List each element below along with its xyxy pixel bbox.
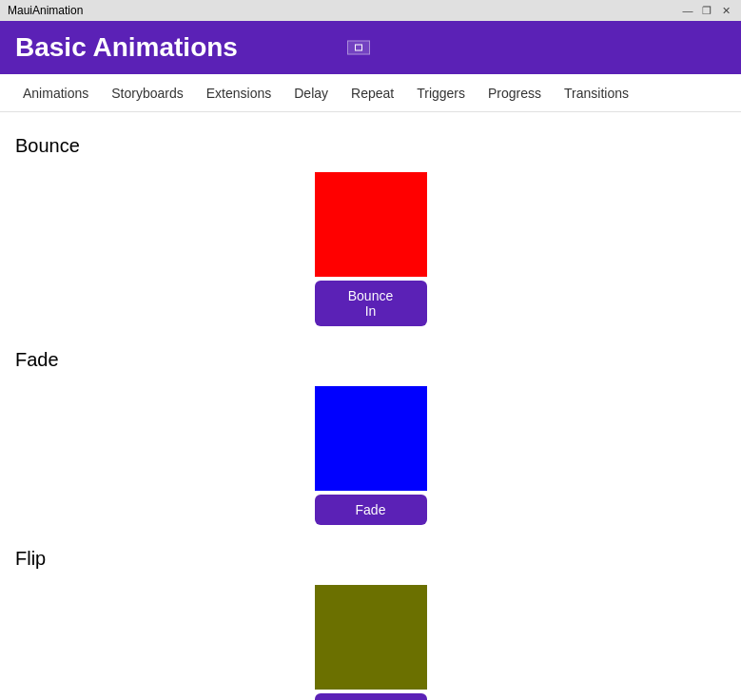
content-area: BounceBounce InFadeFadeFlipFlip	[0, 112, 741, 700]
nav-item-delay[interactable]: Delay	[283, 78, 340, 108]
header-icon-area	[347, 41, 370, 55]
section-title-flip: Flip	[15, 548, 726, 570]
nav-item-transitions[interactable]: Transitions	[553, 78, 640, 108]
app-header: Basic Animations	[0, 21, 741, 74]
section-bounce: BounceBounce In	[15, 135, 726, 326]
close-button[interactable]: ✕	[718, 3, 733, 18]
window-controls: — ❐ ✕	[680, 3, 733, 18]
demo-container-fade: Fade	[15, 386, 726, 525]
nav-item-repeat[interactable]: Repeat	[340, 78, 405, 108]
nav-item-extensions[interactable]: Extensions	[195, 78, 283, 108]
demo-box-fade	[315, 386, 427, 491]
demo-btn-fade[interactable]: Fade	[315, 495, 427, 525]
section-title-fade: Fade	[15, 349, 726, 371]
nav-bar: AnimationsStoryboardsExtensionsDelayRepe…	[0, 74, 741, 112]
restore-icon	[355, 45, 362, 51]
page-title: Basic Animations	[15, 32, 238, 62]
section-title-bounce: Bounce	[15, 135, 726, 157]
nav-item-animations[interactable]: Animations	[11, 78, 100, 108]
minimize-button[interactable]: —	[680, 3, 695, 18]
demo-box-bounce	[315, 172, 427, 277]
app-window: MauiAnimation — ❐ ✕ Basic Animations Ani…	[0, 0, 741, 700]
nav-item-triggers[interactable]: Triggers	[405, 78, 477, 108]
demo-btn-bounce[interactable]: Bounce In	[315, 281, 427, 326]
demo-box-flip	[315, 585, 427, 690]
demo-container-bounce: Bounce In	[15, 172, 726, 326]
title-bar: MauiAnimation — ❐ ✕	[0, 0, 741, 21]
section-flip: FlipFlip	[15, 548, 726, 700]
nav-item-progress[interactable]: Progress	[477, 78, 553, 108]
nav-item-storyboards[interactable]: Storyboards	[100, 78, 194, 108]
restore-button[interactable]: ❐	[699, 3, 714, 18]
demo-container-flip: Flip	[15, 585, 726, 700]
demo-btn-flip[interactable]: Flip	[315, 693, 427, 700]
section-fade: FadeFade	[15, 349, 726, 525]
window-title: MauiAnimation	[8, 4, 83, 17]
